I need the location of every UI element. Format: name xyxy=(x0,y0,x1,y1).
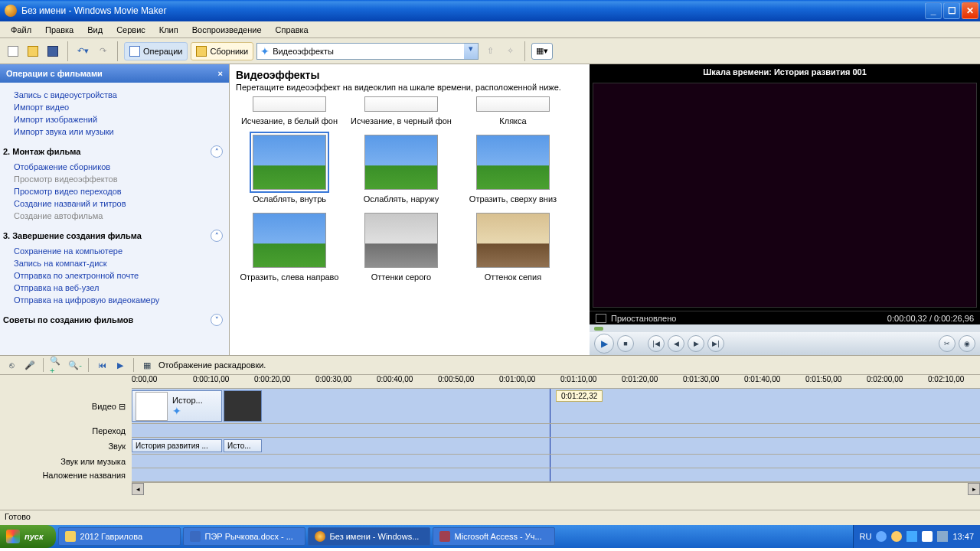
dropdown-arrow-icon[interactable]: ▾ xyxy=(464,44,478,59)
scroll-right-icon[interactable]: ▸ xyxy=(968,483,980,495)
transition-track[interactable] xyxy=(132,424,980,438)
menu-service[interactable]: Сервис xyxy=(110,23,152,37)
effect-item[interactable]: Оттенки серого xyxy=(348,213,455,282)
taskbar-item[interactable]: Microsoft Access - Уч... xyxy=(433,527,555,546)
effect-item[interactable]: Исчезание, в белый фон xyxy=(236,96,343,126)
task-import-audio[interactable]: Импорт звука или музыки xyxy=(3,126,223,138)
tray-icon[interactable] xyxy=(891,531,902,542)
task-automovie[interactable]: Создание автофильма xyxy=(3,210,223,222)
task-make-titles[interactable]: Создание названий и титров xyxy=(3,197,223,210)
minimize-button[interactable]: _ xyxy=(925,2,942,19)
task-save-cd[interactable]: Запись на компакт-диск xyxy=(3,257,223,269)
stop-button[interactable]: ■ xyxy=(617,335,634,352)
effects-hint: Перетащите видеоэффект на видеоклип на ш… xyxy=(236,81,583,96)
expand-icon[interactable]: ˅ xyxy=(211,314,223,326)
volume-icon[interactable] xyxy=(937,531,948,542)
open-button[interactable] xyxy=(24,43,41,60)
task-send-web[interactable]: Отправка на веб-узел xyxy=(3,282,223,294)
split-button[interactable]: ✂ xyxy=(939,335,956,352)
up-folder-button[interactable]: ⇧ xyxy=(482,43,498,60)
new-button[interactable] xyxy=(5,43,21,60)
menu-help[interactable]: Справка xyxy=(270,23,315,37)
taskbar-item-active[interactable]: Без имени - Windows... xyxy=(308,527,430,546)
rewind-timeline-button[interactable]: ⏮ xyxy=(95,358,109,372)
undo-button[interactable]: ↶▾ xyxy=(74,43,91,60)
task-save-computer[interactable]: Сохранение на компьютере xyxy=(3,245,223,257)
effect-item[interactable]: Оттенок сепия xyxy=(459,213,567,282)
task-import-video[interactable]: Импорт видео xyxy=(3,101,223,113)
app-icon xyxy=(5,5,17,17)
music-track[interactable] xyxy=(132,455,980,468)
collapse-icon[interactable]: ˄ xyxy=(211,145,223,158)
audio-clip[interactable]: История развития ... xyxy=(132,439,222,452)
effects-title: Видеоэффекты xyxy=(236,69,583,81)
redo-button[interactable]: ↷ xyxy=(94,43,111,60)
view-mode-button[interactable]: ▦▾ xyxy=(531,43,553,60)
save-button[interactable] xyxy=(44,43,61,60)
video-track[interactable]: Истор...✦ 0:01:22,32 xyxy=(132,389,980,424)
menu-view[interactable]: Вид xyxy=(81,23,109,37)
effect-item[interactable]: Клякса xyxy=(459,96,567,126)
new-folder-button[interactable]: ✧ xyxy=(501,43,518,60)
task-send-email[interactable]: Отправка по электронной почте xyxy=(3,269,223,282)
effect-item[interactable]: Отразить, слева направо xyxy=(236,213,343,282)
task-import-images[interactable]: Импорт изображений xyxy=(3,113,223,126)
narrate-button[interactable]: 🎤 xyxy=(23,358,37,372)
playhead[interactable] xyxy=(550,389,550,423)
seek-bar[interactable] xyxy=(590,324,980,332)
rewind-start-button[interactable]: |◀ xyxy=(648,335,665,352)
clock[interactable]: 13:47 xyxy=(952,532,974,541)
timeline-set-button[interactable]: ⎋ xyxy=(5,358,18,372)
play-button[interactable]: ▶ xyxy=(594,334,614,354)
forward-end-button[interactable]: ▶| xyxy=(707,335,724,352)
taskbar-item[interactable]: 2012 Гаврилова xyxy=(58,527,181,546)
audio-clip[interactable]: Исто... xyxy=(224,439,262,452)
time-ruler[interactable]: 0:00,000:00:10,000:00:20,000:00:30,000:0… xyxy=(132,375,980,389)
start-button[interactable]: пуск xyxy=(0,525,56,548)
tasks-header: Операции с фильмами × xyxy=(0,64,229,83)
effect-item[interactable]: Ослаблять, наружу xyxy=(348,135,455,204)
tasks-toggle[interactable]: Операции xyxy=(124,42,188,60)
title-track[interactable] xyxy=(132,468,980,482)
task-capture[interactable]: Запись с видеоустройства xyxy=(3,89,223,101)
menu-file[interactable]: Файл xyxy=(5,23,38,37)
play-timeline-button[interactable]: ▶ xyxy=(113,358,127,372)
task-show-collections[interactable]: Отображение сборников xyxy=(3,161,223,173)
effect-item[interactable]: Исчезание, в черный фон xyxy=(348,96,455,126)
menu-clip[interactable]: Клип xyxy=(153,23,185,37)
timeline-scrollbar[interactable]: ◂ ▸ xyxy=(132,482,980,494)
collapse-icon[interactable]: ˄ xyxy=(211,230,223,242)
language-indicator[interactable]: RU xyxy=(860,532,872,541)
maximize-button[interactable]: ☐ xyxy=(943,2,960,19)
collections-toggle[interactable]: Сборники xyxy=(191,42,253,60)
storyboard-toggle[interactable]: Отображение раскадровки. xyxy=(158,360,266,370)
preview-video[interactable] xyxy=(590,80,980,311)
close-tasks-icon[interactable]: × xyxy=(218,69,223,78)
video-clip[interactable]: Истор...✦ xyxy=(132,390,222,422)
snapshot-button[interactable]: ◉ xyxy=(959,335,975,352)
window-title: Без имени - Windows Movie Maker xyxy=(20,5,923,16)
section-edit-label: 2. Монтаж фильма xyxy=(3,147,80,156)
zoom-out-button[interactable]: 🔍- xyxy=(68,358,82,372)
tray-icon[interactable] xyxy=(876,531,887,542)
system-tray[interactable]: RU 13:47 xyxy=(853,525,980,548)
task-send-camera[interactable]: Отправка на цифровую видеокамеру xyxy=(3,294,223,306)
menu-play[interactable]: Воспроизведение xyxy=(186,23,268,37)
task-view-effects[interactable]: Просмотр видеоэффектов xyxy=(3,173,223,185)
prev-frame-button[interactable]: ◀ xyxy=(668,335,684,352)
menu-edit[interactable]: Правка xyxy=(39,23,80,37)
video-clip[interactable] xyxy=(224,390,262,422)
word-icon xyxy=(190,531,201,542)
task-view-transitions[interactable]: Просмотр видео переходов xyxy=(3,185,223,197)
effect-item[interactable]: Отразить, сверху вниз xyxy=(459,135,567,204)
tray-icon[interactable] xyxy=(906,531,917,542)
scroll-left-icon[interactable]: ◂ xyxy=(132,483,144,495)
zoom-in-button[interactable]: 🔍+ xyxy=(50,358,64,372)
close-button[interactable]: ✕ xyxy=(962,2,978,19)
taskbar-item[interactable]: ПЭР Рычкова.docx - ... xyxy=(183,527,305,546)
collection-dropdown[interactable]: Видеоэффекты xyxy=(273,47,464,56)
next-frame-button[interactable]: ▶ xyxy=(688,335,704,352)
tray-icon[interactable] xyxy=(922,531,933,542)
audio-track[interactable]: История развития ... Исто... xyxy=(132,438,980,455)
effect-item-selected[interactable]: Ослаблять, внутрь xyxy=(236,135,343,204)
